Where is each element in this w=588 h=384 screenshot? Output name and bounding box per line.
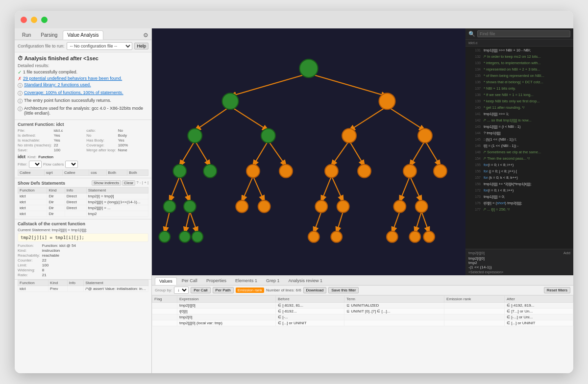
search-icon: 🔍 — [468, 31, 475, 37]
svg-line-15 — [331, 141, 349, 166]
close-button[interactable] — [21, 17, 27, 23]
callee-table: Callee sqrt Callee cos Both Both — [18, 169, 148, 176]
svg-line-29 — [415, 212, 421, 233]
current-function-section: Current Function: idct File:idct.c calto… — [15, 120, 151, 178]
svg-line-27 — [337, 212, 343, 233]
analysis-title: ⏱ Analysis finished after <1sec — [18, 55, 148, 61]
main-window: Run Parsing Value Analysis ⚙ Configurati… — [15, 11, 573, 373]
svg-line-11 — [242, 176, 253, 202]
tree-node — [246, 165, 260, 178]
minimize-button[interactable] — [31, 17, 37, 23]
clear-button[interactable]: Clear — [122, 180, 135, 186]
tab-analysis-review[interactable]: Analysis review 1 — [284, 277, 326, 285]
bottom-toolbar: Group by: ↓ Per Call Per Path Emission r… — [152, 286, 573, 295]
help-button[interactable]: Help — [134, 43, 148, 49]
stdlib-link[interactable]: Standard library: 2 functions used. — [24, 82, 91, 87]
detailed-results-label: Detailed results: — [18, 63, 148, 68]
per-path-button[interactable]: Per Path — [213, 287, 234, 293]
svg-line-20 — [331, 176, 343, 202]
right-code-line: 134 * represented on NBI + 2 + 3 bits... — [468, 67, 570, 73]
right-code-line: 176 i[0][i] = (short) tmp2[i][j]; — [468, 201, 570, 207]
group-by-select[interactable]: ↓ — [174, 287, 189, 294]
callstack-code: tmp2[j][i] = tmp1[i][j]; — [18, 233, 148, 242]
tab-elements[interactable]: Elements 1 — [231, 277, 261, 285]
table-row: idct Prev /*@ assert Value: initialisati… — [18, 286, 148, 292]
tree-node — [164, 200, 176, 213]
svg-line-13 — [349, 106, 387, 131]
left-panel: Run Parsing Value Analysis ⚙ Configurati… — [15, 28, 152, 373]
tree-node — [416, 200, 428, 213]
tree-node — [258, 200, 270, 213]
title-bar — [15, 11, 573, 28]
func-bottom-table: Function Kind Info Statement idct Prev /… — [18, 280, 148, 292]
emission-rank-badge: Emission rank — [236, 288, 264, 293]
reset-filters-button[interactable]: Reset filters — [544, 287, 570, 293]
tab-value-analysis[interactable]: Value Analysis — [63, 30, 103, 40]
tree-node — [222, 93, 238, 109]
right-code-line: 143 tmp1[i][j] = (i < NBI - 1) — [468, 124, 570, 131]
filter-select[interactable] — [29, 161, 42, 168]
per-call-button[interactable]: Per Call — [191, 287, 210, 293]
config-select[interactable]: -- No configuration file -- — [67, 42, 133, 50]
tree-node — [173, 165, 186, 178]
tree-svg — [152, 28, 466, 275]
tab-run[interactable]: Run — [18, 30, 35, 40]
table-row: idct Dir Direct tmp2[j][i] = ... — [18, 205, 148, 211]
tree-node — [418, 129, 432, 143]
tree-node — [192, 231, 203, 242]
table-row: i[0][i] ∈ [-6192... ⊆ UNINIT [0]..[7] ∈ … — [152, 309, 573, 314]
svg-line-21 — [400, 176, 410, 202]
tree-node — [261, 129, 275, 143]
tree-node — [325, 165, 338, 178]
table-row: idct Dir Direct tmp2[j][i] = (long)((1<<… — [18, 199, 148, 205]
show-indirects-button[interactable]: Show indirects — [92, 180, 121, 186]
group-by-label: Group by: — [155, 288, 172, 292]
right-code-line: 139 * keep NBI bits only we first drop..… — [468, 99, 570, 105]
tree-node — [387, 231, 398, 242]
svg-line-19 — [321, 176, 332, 202]
analysis-section: ⏱ Analysis finished after <1sec Detailed… — [15, 52, 151, 120]
right-code-area: 131 tmp1[i][j] >>= NBI + 10 - NBI; 132 /… — [466, 47, 573, 249]
download-button[interactable]: Download — [303, 287, 327, 293]
svg-line-9 — [170, 176, 180, 202]
tree-node — [393, 200, 406, 213]
find-file-input[interactable] — [477, 30, 570, 37]
flow-select[interactable] — [65, 161, 78, 168]
top-row: 🔍 idct.c 131 tmp1[i][j] >>= NBI + 10 - N… — [152, 28, 573, 275]
right-code-line: 131 tmp1[i][j] >>= NBI + 10 - NBI; — [468, 48, 570, 54]
tab-parsing[interactable]: Parsing — [36, 30, 62, 40]
right-code-line: 173 tmp1[i][j] = 0; — [468, 194, 570, 201]
svg-line-26 — [314, 212, 321, 233]
info-icon-3: ⓘ — [18, 98, 23, 105]
svg-line-16 — [349, 141, 365, 166]
tree-node — [184, 200, 196, 213]
undefined-behaviors-link[interactable]: 29 potential undefined behaviors have be… — [23, 76, 122, 81]
info-icon-2: ⓘ — [18, 90, 23, 97]
center-right-container: 🔍 idct.c 131 tmp1[i][j] >>= NBI + 10 - N… — [152, 28, 573, 373]
result-arch: ⓘ Architecture used for the analysis: gc… — [18, 106, 148, 116]
tab-per-call[interactable]: Per Call — [178, 277, 201, 285]
svg-line-7 — [253, 141, 268, 166]
tree-node — [423, 231, 435, 242]
right-code-line: 156 for (j = 0; j < 8; j++) { — [468, 169, 570, 175]
config-label: Configuration file to run: — [18, 44, 65, 48]
save-filter-button[interactable]: Save this filter — [328, 287, 359, 293]
callstack-info: Function:Function: idct @ 54 Kind:instru… — [18, 243, 148, 277]
coverage-link[interactable]: Coverage: 100% of functions, 100% of sta… — [24, 90, 123, 95]
bottom-tab-bar: Values Per Call Properties Elements 1 Gr… — [152, 276, 573, 286]
callstack-section: Callstack of the current function Curren… — [15, 219, 151, 280]
right-code-line: 133 * integers, to implementation with..… — [468, 61, 570, 67]
main-content: Run Parsing Value Analysis ⚙ Configurati… — [15, 28, 573, 373]
svg-line-3 — [195, 106, 230, 131]
tab-values[interactable]: Values — [155, 277, 177, 285]
file-label: idct.c — [466, 40, 573, 47]
table-row: idct Dir Direct tmp2[i] = tmp[i] — [18, 193, 148, 199]
right-code-line: 141 tmp1[i][j] >>= 1; — [468, 112, 570, 118]
maximize-button[interactable] — [41, 17, 48, 23]
show-defs-title: Show Defs Statements — [18, 181, 65, 186]
tree-area — [152, 28, 466, 275]
tab-properties[interactable]: Properties — [202, 277, 230, 285]
gear-icon[interactable]: ⚙ — [143, 32, 148, 39]
tab-grep[interactable]: Grep 1 — [262, 277, 284, 285]
right-code-line: 172 for(i = 0; i < 8; i++) — [468, 188, 570, 194]
